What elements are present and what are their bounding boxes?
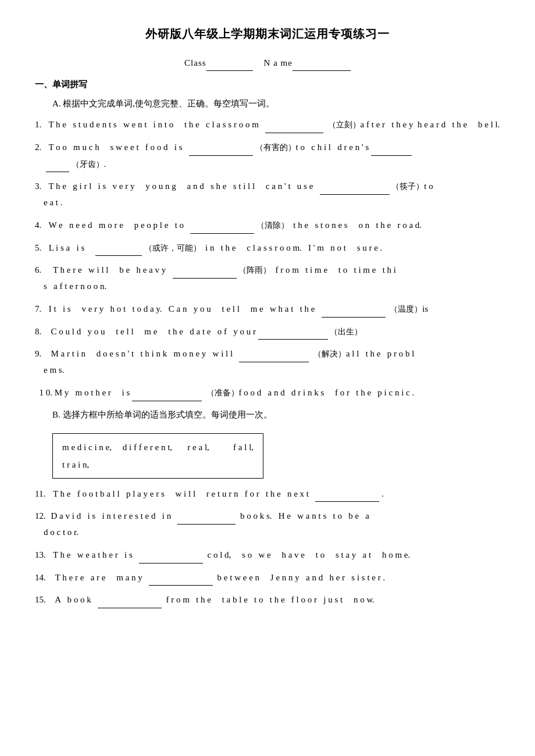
blank-4[interactable] xyxy=(190,217,254,234)
question-9: 9. M a r t i n d o e s n ' t t h i n k m… xyxy=(35,345,500,379)
question-8: 8. C o u l d y o u t e l l m e t h e d a… xyxy=(35,323,500,340)
blank-3[interactable] xyxy=(320,178,390,195)
question-7: 7. I t i s v e r y h o t t o d a y. C a … xyxy=(35,301,500,318)
blank-5[interactable] xyxy=(95,240,142,256)
blank-2a[interactable] xyxy=(189,139,253,156)
blank-11[interactable] xyxy=(315,486,379,502)
question-3: 3. T h e g i r l i s v e r y y o u n g a… xyxy=(35,178,500,211)
blank-14[interactable] xyxy=(149,569,213,586)
blank-7[interactable] xyxy=(322,301,386,318)
question-15: 15. A b o o k f r o m t h e t a b l e t … xyxy=(35,591,500,608)
sub-b-instruction: B. 选择方框中所给单词的适当形式填空。每词使用一次。 xyxy=(52,407,500,423)
blank-8[interactable] xyxy=(258,323,328,340)
blank-10[interactable] xyxy=(132,384,202,401)
blank-13[interactable] xyxy=(139,547,203,564)
question-2: 2. T o o m u c h s w e e t f o o d i s （… xyxy=(35,139,500,173)
class-name-line: Class N a me xyxy=(35,55,500,71)
blank-6[interactable] xyxy=(173,262,237,279)
question-4: 4. W e n e e d m o r e p e o p l e t o （… xyxy=(35,217,500,234)
question-14: 14. T h e r e a r e m a n y b e t w e e … xyxy=(35,569,500,586)
page-title: 外研版八年级上学期期末词汇运用专项练习一 xyxy=(35,23,500,44)
question-12: 12. D a v i d i s i n t e r e s t e d i … xyxy=(35,508,500,541)
name-label: N a me xyxy=(264,58,293,67)
blank-15[interactable] xyxy=(98,591,162,608)
blank-2b[interactable] xyxy=(371,139,412,156)
blank-2c[interactable] xyxy=(46,156,69,173)
class-label: Class xyxy=(184,58,206,67)
blank-9[interactable] xyxy=(239,345,309,362)
question-10: 1 0. M y m o t h e r i s （准备）f o o d a n… xyxy=(35,384,500,401)
question-13: 13. T h e w e a t h e r i s c o l d, s o… xyxy=(35,547,500,564)
blank-1[interactable] xyxy=(265,116,323,133)
question-5: 5. L i s a i s （或许，可能） i n t h e c l a s… xyxy=(35,240,500,256)
question-6: 6. T h e r e w i l l b e h e a v y （阵雨） … xyxy=(35,262,500,295)
section1-title: 一、单词拼写 xyxy=(35,77,500,92)
sub-a-instruction: A. 根据中文完成单词,使句意完整、正确。每空填写一词。 xyxy=(52,96,500,112)
blank-12[interactable] xyxy=(177,508,236,525)
word-box: m e d i c i n e, d i f f e r e n t, r e … xyxy=(52,433,263,479)
name-blank[interactable] xyxy=(293,55,351,71)
question-11: 11. T h e f o o t b a l l p l a y e r s … xyxy=(35,486,500,502)
class-blank[interactable] xyxy=(206,55,253,71)
question-1: 1. T h e s t u d e n t s w e n t i n t o… xyxy=(35,116,500,133)
